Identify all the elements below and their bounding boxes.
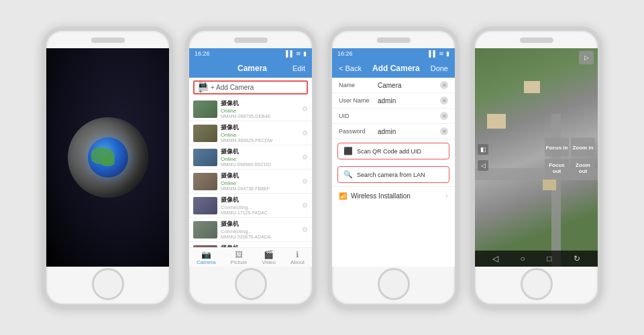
left-side-controls: ◧ ◁ [478,144,488,171]
phone-3-screen: 16:26 ▌▌ ≋ ▮ < Back Add Camera Done Name… [332,48,455,267]
camera-nav-bar: Camera Edit [189,59,312,78]
focus-zoom-row-2: Focus out Zoom out [545,159,595,178]
tab-camera[interactable]: 📷 Camera [197,251,215,265]
name-clear-button[interactable]: ✕ [440,81,448,89]
password-field[interactable]: admin [378,128,436,135]
add-camera-nav-bar: < Back Add Camera Done [332,59,455,78]
cam-info-2: 摄像机 Online MMMM-996629-PECDW [221,123,299,143]
search-icon: 🔍 [343,170,353,179]
globe-screen [46,48,169,267]
phone-4-screen: ▷ ◧ ◁ Focus in Zoom in Focus out Zoom ou… [475,48,598,267]
camera-item-5[interactable]: 摄像机 Connecting... MMMU-17129-FADAC ⚙ [189,194,312,218]
building-3 [524,81,540,93]
camera-item-3[interactable]: 摄像机 Online MMMU-698966-6DCDD ⚙ [189,145,312,170]
status-icons-3: ▌▌ ≋ ▮ [429,50,449,57]
left-ctrl-2[interactable]: ◁ [478,160,488,171]
tab-video[interactable]: 🎬 Video [262,251,276,265]
camera-live-view: ▷ ◧ ◁ Focus in Zoom in Focus out Zoom ou… [475,48,598,267]
focus-zoom-row-1: Focus in Zoom in [545,138,595,157]
scan-qr-label: Scan QR Code add UID [357,148,421,155]
status-icons: ▌▌ ≋ ▮ [286,50,307,57]
focus-out-button[interactable]: Focus out [545,159,569,178]
cam-settings-1[interactable]: ⚙ [302,105,308,113]
camera-list: 摄像机 Online MMMM-098735-DEB4E ⚙ 摄像机 Onlin… [189,97,312,247]
form-row-name: Name Camera ✕ [332,78,455,93]
about-tab-icon: ℹ [292,251,303,259]
camera-item-2[interactable]: 摄像机 Online MMMM-996629-PECDW ⚙ [189,121,312,145]
uid-clear-button[interactable]: ✕ [440,112,448,120]
cam-settings-2[interactable]: ⚙ [302,129,308,137]
android-nav-bar: ◁ ○ □ ↻ [475,251,598,267]
username-label: User Name [339,97,374,104]
phone-3: 16:26 ▌▌ ≋ ▮ < Back Add Camera Done Name… [328,27,459,308]
phone-2-screen: 16:26 ▌▌ ≋ ▮ Camera Edit 📷+ + Add Camera… [189,48,312,267]
building-1 [487,114,506,129]
phone-4: ▷ ◧ ◁ Focus in Zoom in Focus out Zoom ou… [471,27,602,308]
cam-thumb-1 [193,100,217,118]
cam-settings-6[interactable]: ⚙ [302,226,308,233]
done-button[interactable]: Done [431,64,448,72]
phone-2: 16:26 ▌▌ ≋ ▮ Camera Edit 📷+ + Add Camera… [185,27,316,308]
wifi-icon: 📶 [339,192,347,200]
android-home-button[interactable]: ○ [521,254,525,263]
cam-info-5: 摄像机 Connecting... MMMU-17129-FADAC [221,196,299,215]
about-tab-label: About [290,259,305,265]
cam-info-1: 摄像机 Online MMMM-098735-DEB4E [221,99,299,119]
search-lan-label: Search camera from LAN [357,172,425,178]
uid-label: UID [339,113,374,119]
video-tab-icon: 🎬 [264,251,274,259]
tab-picture[interactable]: 🖼 Picture [231,251,248,265]
cam-settings-4[interactable]: ⚙ [302,178,308,185]
cam-settings-3[interactable]: ⚙ [302,153,308,161]
cam-settings-5[interactable]: ⚙ [302,202,308,209]
top-controls: ▷ [579,51,594,64]
search-lan-button[interactable]: 🔍 Search camera from LAN [337,166,449,183]
form-row-password: Password admin ✕ [332,124,455,139]
scan-qr-button[interactable]: ⬛ Scan QR Code add UID [337,143,449,159]
picture-tab-icon: 🖼 [233,251,244,259]
cam-thumb-4 [193,173,217,190]
cam-info-3: 摄像机 Online MMMU-698966-6DCDD [221,147,299,167]
video-tab-label: Video [262,259,276,265]
focus-in-button[interactable]: Focus in [545,138,569,157]
status-time-3: 16:26 [337,50,353,57]
cam-thumb-5 [193,197,217,214]
add-camera-button[interactable]: 📷+ + Add Camera [193,80,308,94]
status-bar-2: 16:26 ▌▌ ≋ ▮ [189,48,312,59]
android-recents-button[interactable]: □ [547,254,551,263]
camera-nav-edit[interactable]: Edit [292,64,305,72]
camera-item-7[interactable]: 摄像机 Online MMMU-609966-EEBAA ⚙ [189,242,312,247]
zoom-in-button[interactable]: Zoom in [571,138,595,157]
username-clear-button[interactable]: ✕ [440,96,448,105]
camera-controls-panel: Focus in Zoom in Focus out Zoom out [545,138,595,178]
road-vertical [551,114,561,267]
camera-tab-icon: 📷 [201,251,211,259]
tab-about[interactable]: ℹ About [290,251,305,265]
name-field[interactable]: Camera [378,82,436,89]
zoom-out-button[interactable]: Zoom out [571,159,595,178]
earth-land-2 [101,156,115,166]
picture-tab-label: Picture [231,259,248,265]
camera-item-1[interactable]: 摄像机 Online MMMM-098735-DEB4E ⚙ [189,97,312,121]
camera-tab-label: Camera [197,259,215,265]
cam-thumb-6 [193,221,217,239]
password-clear-button[interactable]: ✕ [440,127,448,135]
add-camera-icon: 📷+ [199,84,208,91]
camera-item-4[interactable]: 摄像机 Online MMMM-094738-FB8EF ⚙ [189,170,312,194]
android-back-button[interactable]: ◁ [492,254,498,263]
chevron-right-icon: › [445,191,448,200]
left-ctrl-1[interactable]: ◧ [478,144,488,155]
camera-item-6[interactable]: 摄像机 Connecting... MMMU-520676-ADADA ⚙ [189,218,312,242]
form-row-uid: UID ✕ [332,109,455,124]
wireless-installation-row[interactable]: 📶 Wireless Installation › [332,186,455,204]
share-button[interactable]: ▷ [579,51,594,64]
username-field[interactable]: admin [378,97,436,105]
bottom-tab-bar: 📷 Camera 🖼 Picture 🎬 Video ℹ About [189,247,312,267]
back-button[interactable]: < Back [339,64,362,72]
android-refresh-button[interactable]: ↻ [574,254,580,263]
form-row-username: User Name admin ✕ [332,93,455,109]
cam-thumb-2 [193,125,217,142]
cam-thumb-3 [193,149,217,166]
camera-nav-title: Camera [237,64,267,73]
add-camera-title: Add Camera [372,64,420,73]
